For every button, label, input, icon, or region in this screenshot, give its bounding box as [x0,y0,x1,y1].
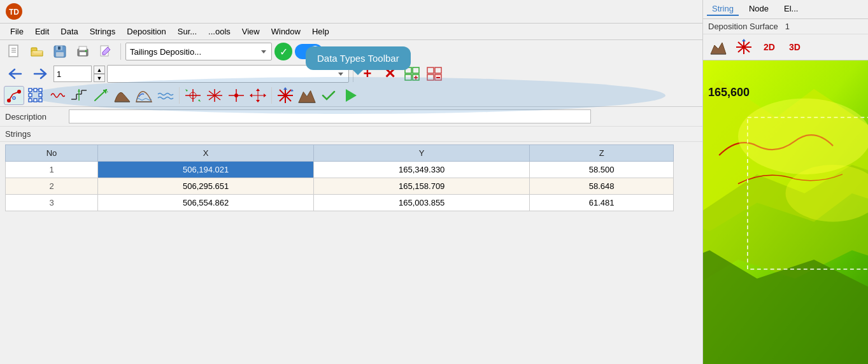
new-button[interactable] [4,42,24,61]
menu-sur[interactable]: Sur... [173,25,202,38]
hill-icon [113,88,131,103]
menu-tools[interactable]: ...ools [203,25,236,38]
open-button[interactable] [27,42,47,61]
data-type-mountain-button[interactable] [297,86,317,105]
row2-x[interactable]: 506,295.651 [98,178,314,195]
svg-point-14 [85,50,87,52]
forward-button[interactable] [29,64,52,83]
nav-input[interactable]: 1 [53,66,92,82]
back-button[interactable] [4,64,27,83]
strings-label: Strings [5,129,31,139]
menu-edit[interactable]: Edit [30,25,54,38]
svg-rect-2 [9,45,18,57]
data-type-cross-button[interactable] [183,86,203,105]
svg-rect-34 [34,88,37,92]
deposition-number: 1 [785,22,790,31]
tab-element[interactable]: El... [779,3,803,16]
map-preview: 165,600 [703,60,868,364]
tab-node[interactable]: Node [744,3,774,16]
data-type-wave-button[interactable] [47,86,68,105]
tab-string[interactable]: String [707,3,739,16]
svg-marker-70 [283,87,287,90]
grid-delete-button[interactable] [424,64,445,83]
svg-point-30 [17,90,21,94]
app-logo-icon: TD [5,3,23,20]
menu-file[interactable]: File [5,25,29,38]
data-type-arrows-button[interactable] [248,86,268,105]
data-type-level-button[interactable] [69,86,89,105]
star-icon [206,88,224,103]
menu-data[interactable]: Data [55,25,83,38]
data-type-waves-button[interactable] [155,86,176,105]
main-layout: Tailings Depositio... ✓ [0,40,868,348]
separator4 [271,87,272,104]
separator1 [120,43,121,60]
map-canvas-svg [703,60,868,364]
print-button[interactable] [73,42,93,61]
menu-window[interactable]: Window [266,25,306,38]
menu-view[interactable]: View [237,25,265,38]
row1-no: 1 [6,162,98,178]
table-row: 3 506,554.862 165,003.855 61.481 [6,195,674,211]
table-row: 2 506,295.651 165,158.709 58.648 [6,178,674,195]
data-type-center-button[interactable] [226,86,246,105]
data-type-hill-button[interactable] [112,86,132,105]
row2-z[interactable]: 58.648 [530,178,674,195]
accept-button[interactable] [318,86,339,105]
row1-y[interactable]: 165,349.330 [314,162,530,178]
spin-up-button[interactable]: ▲ [94,66,105,74]
data-type-trend-button[interactable] [90,86,111,105]
row2-y[interactable]: 165,158.709 [314,178,530,195]
table-container: No X Y Z 1 506,194.021 165,349.330 58.50… [0,142,702,214]
toolbar-row3 [0,85,702,106]
save-button[interactable] [50,42,70,61]
type-dropdown[interactable]: Tailings Depositio... [125,43,272,60]
svg-rect-37 [39,94,42,97]
curve-icon [135,88,153,103]
level-icon [70,88,88,103]
data-type-star-button[interactable] [204,86,225,105]
confirm-button[interactable]: ✓ [274,43,292,60]
svg-rect-24 [427,74,434,80]
main-area: Tailings Depositio... ✓ [0,40,702,348]
arrows-icon [249,88,267,103]
wireframe-view-button[interactable] [732,37,755,57]
view-2d-button[interactable]: 2D [758,37,781,57]
mountain-icon [297,87,317,104]
svg-point-31 [13,97,15,99]
svg-rect-13 [79,46,87,50]
wireframe-icon [735,39,753,55]
grid-delete-icon [426,66,443,81]
svg-rect-10 [58,46,60,50]
row2-no: 2 [6,178,98,195]
separator3 [179,87,180,104]
spin-down-button[interactable]: ▼ [94,74,105,82]
view-3d-button[interactable]: 3D [783,37,806,57]
row3-x[interactable]: 506,554.862 [98,195,314,211]
run-button[interactable] [340,86,360,105]
row1-z[interactable]: 58.500 [530,162,674,178]
col-x: X [98,145,314,162]
data-type-scatter-button[interactable] [4,86,24,105]
svg-marker-65 [264,94,266,97]
col-no: No [6,145,98,162]
svg-point-85 [738,99,868,174]
data-type-curve-button[interactable] [134,86,154,105]
menu-help[interactable]: Help [307,25,334,38]
row3-y[interactable]: 165,003.855 [314,195,530,211]
svg-marker-71 [291,89,294,92]
menu-strings[interactable]: Strings [85,25,120,38]
edit-button[interactable] [96,42,116,61]
svg-rect-9 [56,52,64,57]
row1-x[interactable]: 506,194.021 [98,162,314,178]
data-type-node-button[interactable] [25,86,46,105]
view-3d-label: 3D [789,42,800,52]
strings-header: Strings [0,127,702,142]
menu-deposition[interactable]: Deposition [122,25,171,38]
data-type-asterisk-button[interactable] [275,86,295,105]
description-input[interactable] [69,109,591,123]
surface-view-button[interactable] [707,37,730,57]
table-header: No X Y Z [6,145,674,162]
back-arrow-icon [8,68,22,80]
row3-z[interactable]: 61.481 [530,195,674,211]
